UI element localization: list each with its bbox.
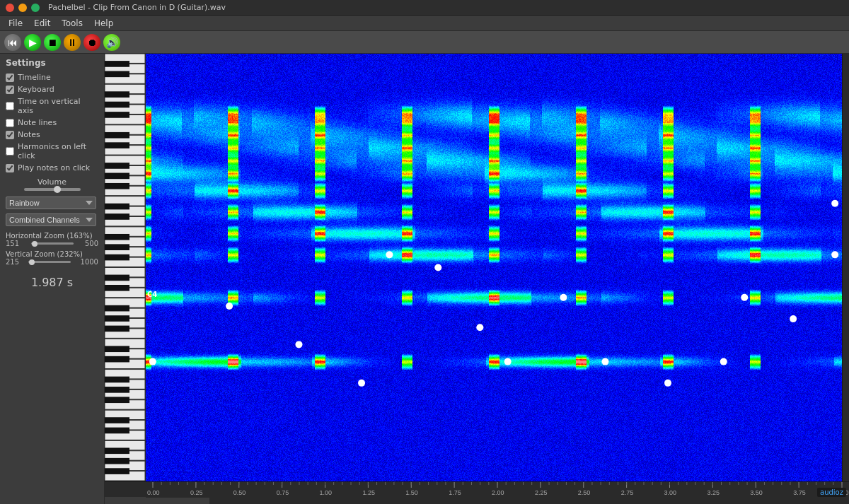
audioz-badge: audioz [817, 488, 846, 497]
horizontal-zoom-row: 151 500 [6, 240, 98, 247]
close-button[interactable] [6, 4, 14, 12]
titlebar: Pachelbel - Clip From Canon in D (Guitar… [0, 0, 849, 16]
stop-button[interactable]: ⏹ [44, 34, 61, 51]
timeline-check[interactable] [6, 74, 14, 82]
v-zoom-max: 1000 [81, 258, 98, 266]
play-notes-label: Play notes on click [18, 163, 90, 172]
note-lines-setting[interactable]: Note lines [6, 117, 98, 128]
menu-file[interactable]: File [3, 17, 28, 30]
settings-title: Settings [6, 58, 98, 68]
harmonics-check[interactable] [6, 147, 14, 156]
vertical-zoom-row: 215 1000 [6, 258, 98, 266]
piano-keyboard [105, 54, 146, 481]
horizontal-zoom-slider[interactable] [31, 242, 74, 245]
harmonics-label: Harmonics on left click [18, 142, 98, 160]
h-zoom-max: 500 [85, 240, 98, 247]
spectrogram-wrapper[interactable]: C4 [105, 54, 849, 481]
note-lines-check[interactable] [6, 119, 14, 127]
pause-button[interactable]: ⏸ [64, 34, 81, 51]
audio-button[interactable]: 🔊 [103, 34, 120, 51]
window-title: Pachelbel - Clip From Canon in D (Guitar… [48, 3, 226, 12]
keyboard-setting[interactable]: Keyboard [6, 84, 98, 95]
c4-label: C4 [147, 291, 157, 298]
harmonics-setting[interactable]: Harmonics on left click [6, 141, 98, 161]
vertical-scrollbar[interactable] [842, 54, 849, 481]
vertical-zoom-label: Vertical Zoom (232%) [6, 250, 98, 258]
settings-panel: Settings Timeline Keyboard Time on verti… [0, 54, 105, 504]
spectrogram-area: C4 audioz [105, 54, 849, 504]
menu-tools[interactable]: Tools [56, 17, 88, 30]
spectrogram-canvas [146, 54, 842, 481]
keyboard-label: Keyboard [18, 85, 54, 94]
play-button[interactable]: ▶ [24, 34, 41, 51]
minimize-button[interactable] [18, 4, 27, 12]
volume-slider[interactable] [24, 188, 81, 191]
time-vertical-check[interactable] [6, 102, 14, 110]
vertical-zoom-slider[interactable] [28, 261, 71, 263]
main-area: Settings Timeline Keyboard Time on verti… [0, 54, 849, 504]
record-button[interactable]: ⏺ [83, 34, 100, 51]
menubar: File Edit Tools Help [0, 16, 849, 31]
spectrogram-display[interactable]: C4 [146, 54, 842, 481]
notes-check[interactable] [6, 131, 14, 139]
maximize-button[interactable] [31, 4, 40, 12]
timeline-canvas [146, 482, 849, 498]
channel-dropdown[interactable]: Combined Channels Left Channel Right Cha… [6, 213, 96, 226]
timeline-label: Timeline [18, 73, 51, 82]
toolbar: ⏮ ▶ ⏹ ⏸ ⏺ 🔊 [0, 31, 849, 54]
menu-edit[interactable]: Edit [28, 17, 56, 30]
note-lines-label: Note lines [18, 118, 57, 127]
notes-label: Notes [18, 130, 40, 139]
time-vertical-setting[interactable]: Time on vertical axis [6, 96, 98, 116]
horizontal-scrollbar[interactable] [209, 497, 849, 504]
horizontal-zoom-label: Horizontal Zoom (163%) [6, 232, 98, 240]
rewind-button[interactable]: ⏮ [4, 34, 21, 51]
time-display: 1.987 s [6, 276, 98, 289]
play-notes-setting[interactable]: Play notes on click [6, 163, 98, 173]
timeline-bar: audioz [105, 481, 849, 497]
timeline-setting[interactable]: Timeline [6, 72, 98, 83]
color-dropdown[interactable]: Rainbow Grayscale Heat Blue [6, 197, 96, 209]
play-notes-check[interactable] [6, 164, 14, 172]
v-zoom-min: 215 [6, 258, 19, 266]
keyboard-check[interactable] [6, 86, 14, 94]
volume-container: Volume [6, 177, 98, 191]
notes-setting[interactable]: Notes [6, 129, 98, 140]
zoom-section: Horizontal Zoom (163%) 151 500 Vertical … [6, 232, 98, 266]
h-zoom-min: 151 [6, 240, 19, 247]
menu-help[interactable]: Help [88, 17, 119, 30]
time-vertical-label: Time on vertical axis [18, 97, 98, 115]
